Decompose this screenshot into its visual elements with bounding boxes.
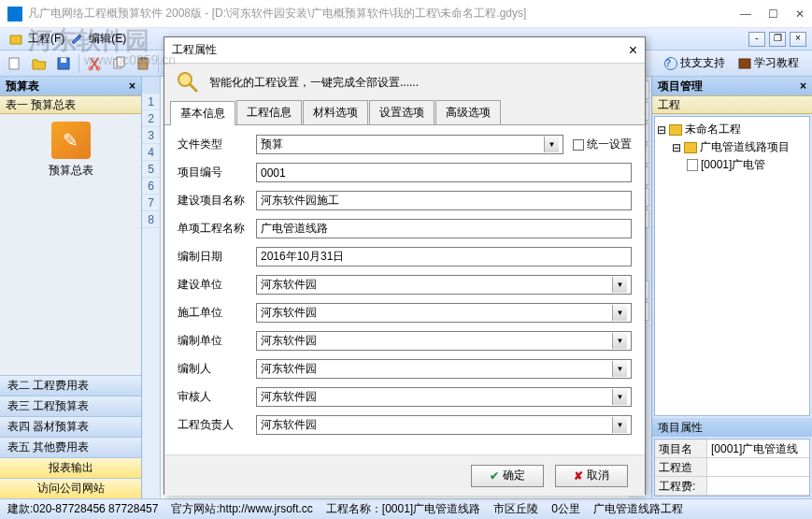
- dialog-banner: 智能化的工程设置，一键完成全部设置......: [164, 64, 645, 101]
- prop-row: 工程造价:: [655, 458, 809, 477]
- status-area: 市区丘陵: [493, 501, 538, 517]
- mdi-restore[interactable]: ❐: [769, 32, 786, 47]
- date-label: 编制日期: [178, 249, 256, 265]
- mdi-close[interactable]: ×: [790, 32, 806, 47]
- property-grid: 项目名称: [0001]广电管道线 工程造价: 工程费:: [654, 439, 810, 497]
- copy-button[interactable]: [109, 54, 128, 73]
- leader-select[interactable]: 河东软件园▼: [256, 415, 632, 435]
- panel-item-5[interactable]: 表五 其他费用表: [0, 437, 141, 457]
- panel-item-4[interactable]: 表四 器材预算表: [0, 416, 141, 437]
- open-button[interactable]: [30, 54, 49, 73]
- chevron-down-icon: ▼: [612, 417, 627, 433]
- budget-summary-icon[interactable]: ✎: [51, 122, 91, 159]
- construct-unit-select[interactable]: 河东软件园▼: [256, 303, 632, 323]
- panel-item-website[interactable]: 访问公司网站: [0, 478, 141, 498]
- chevron-down-icon: ▼: [612, 277, 627, 293]
- project-icon: [9, 33, 22, 46]
- compiler-select[interactable]: 河东软件园▼: [256, 359, 632, 379]
- compiler-label: 编制人: [178, 361, 256, 377]
- left-panel-header: 预算表 ×: [0, 77, 141, 95]
- check-icon: ✔: [490, 469, 499, 483]
- chevron-down-icon: ▼: [544, 137, 559, 152]
- status-phone: 建款:020-87728456 87728457: [7, 501, 158, 517]
- tech-support-link[interactable]: ?技支支持: [664, 55, 725, 71]
- row-num: 5: [142, 161, 160, 178]
- chevron-down-icon: ▼: [612, 389, 627, 405]
- banner-text: 智能化的工程设置，一键完成全部设置......: [209, 75, 419, 91]
- minimize-button[interactable]: —: [740, 7, 751, 21]
- maximize-button[interactable]: ☐: [768, 7, 778, 21]
- folder-icon: [669, 124, 682, 136]
- file-type-select[interactable]: 预算 ▼: [256, 135, 563, 154]
- prop-value[interactable]: [707, 477, 809, 495]
- window-titlebar: 凡广电网络工程概预算软件 2008版 - [D:\河东软件园安装\广电概预算软件…: [0, 0, 812, 28]
- left-panel-title: 预算表: [6, 79, 39, 94]
- svg-rect-7: [117, 57, 124, 66]
- tree-leaf[interactable]: [0001]广电管: [687, 156, 807, 174]
- proj-no-input[interactable]: [256, 163, 632, 182]
- file-type-label: 文件类型: [178, 137, 256, 152]
- save-button[interactable]: [54, 54, 73, 73]
- unified-setting-checkbox[interactable]: 统一设置: [573, 137, 632, 152]
- panel-close-icon[interactable]: ×: [800, 79, 806, 93]
- project-tree[interactable]: ⊟ 未命名工程 ⊟ 广电管道线路项目 [0001]广电管: [654, 116, 810, 416]
- tab-advanced[interactable]: 高级选项: [435, 100, 501, 124]
- panel-close-icon[interactable]: ×: [129, 79, 135, 93]
- row-num: 6: [142, 178, 160, 195]
- paste-button[interactable]: [134, 54, 152, 73]
- file-icon: [687, 159, 698, 171]
- cancel-button[interactable]: ✘ 取消: [555, 465, 628, 487]
- help-icon: ?: [664, 57, 677, 70]
- tab-project-info[interactable]: 工程信息: [236, 100, 302, 124]
- magnifier-icon: [176, 70, 200, 94]
- status-distance: 0公里: [551, 501, 580, 517]
- checkbox-icon: [573, 139, 584, 151]
- right-section[interactable]: 工程: [652, 95, 812, 114]
- panel-item-report[interactable]: 报表输出: [0, 457, 141, 478]
- prop-value[interactable]: [0001]广电管道线: [707, 440, 809, 457]
- prop-row: 项目名称: [0001]广电管道线: [655, 440, 809, 458]
- status-type: 广电管道线路工程: [593, 501, 683, 517]
- dialog-close-button[interactable]: ×: [629, 42, 637, 59]
- menu-edit[interactable]: 编辑(E): [89, 31, 126, 47]
- panel-item-2[interactable]: 表二 工程费用表: [0, 375, 141, 396]
- close-button[interactable]: ✕: [795, 7, 805, 21]
- tab-basic[interactable]: 基本信息: [170, 101, 235, 125]
- mdi-minimize[interactable]: -: [748, 32, 765, 47]
- tab-settings[interactable]: 设置选项: [369, 100, 434, 124]
- svg-rect-10: [739, 59, 750, 68]
- statusbar: 建款:020-87728456 87728457 官方网站:http://www…: [0, 498, 812, 519]
- build-name-input[interactable]: [256, 191, 632, 210]
- row-num: 2: [142, 110, 160, 127]
- prop-value[interactable]: [707, 458, 809, 476]
- right-panel-header: 项目管理 ×: [652, 77, 812, 95]
- panel-section-1[interactable]: 表一 预算总表: [0, 95, 141, 114]
- status-website[interactable]: 官方网站:http://www.jrsoft.cc: [171, 501, 312, 517]
- cut-button[interactable]: [85, 54, 104, 73]
- panel-item-3[interactable]: 表三 工程预算表: [0, 396, 141, 416]
- new-button[interactable]: [6, 54, 24, 73]
- right-panel: 项目管理 × 工程 ⊟ 未命名工程 ⊟ 广电管道线路项目 [0001]广电管 项…: [651, 77, 812, 498]
- row-num: 8: [142, 211, 160, 228]
- tab-material[interactable]: 材料选项: [303, 100, 368, 124]
- svg-line-12: [190, 84, 197, 92]
- build-unit-select[interactable]: 河东软件园▼: [256, 275, 632, 295]
- tree-child[interactable]: ⊟ 广电管道线路项目: [672, 138, 807, 156]
- compile-unit-select[interactable]: 河东软件园▼: [256, 331, 632, 351]
- learn-link[interactable]: 学习教程: [738, 55, 799, 71]
- left-panel: 预算表 × 表一 预算总表 ✎ 预算总表 表二 工程费用表 表三 工程预算表 表…: [0, 77, 142, 498]
- separator: [158, 54, 159, 73]
- cross-icon: ✘: [574, 469, 583, 483]
- svg-point-11: [178, 73, 192, 86]
- tree-root[interactable]: ⊟ 未命名工程: [657, 121, 807, 138]
- right-panel-title: 项目管理: [658, 79, 703, 94]
- dialog-body: 文件类型 预算 ▼ 统一设置 项目编号 建设项目名称 单项工程名称 编制日期: [164, 125, 645, 454]
- window-title: 凡广电网络工程概预算软件 2008版 - [D:\河东软件园安装\广电概预算软件…: [28, 6, 740, 22]
- single-name-input[interactable]: [256, 219, 632, 238]
- reviewer-select[interactable]: 河东软件园▼: [256, 387, 632, 407]
- row-num: 1: [142, 94, 160, 110]
- ok-button[interactable]: ✔ 确定: [471, 465, 544, 487]
- menu-project[interactable]: 工程(F): [28, 31, 64, 47]
- date-input[interactable]: [256, 247, 632, 267]
- svg-rect-3: [61, 58, 66, 63]
